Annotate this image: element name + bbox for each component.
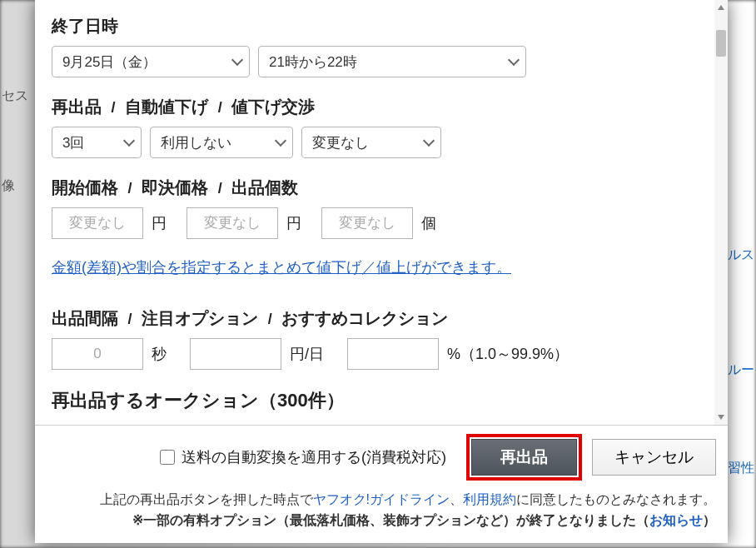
bg-link: 習性 — [728, 460, 754, 477]
unit-yen-day: 円/日 — [290, 344, 324, 364]
buy-price-input[interactable] — [187, 207, 278, 239]
end-hours-select[interactable]: 21時から22時 — [258, 46, 526, 77]
negotiation-select[interactable]: 変更なし — [301, 127, 441, 158]
end-date-select[interactable]: 9月25日（金） — [52, 46, 250, 77]
unit-item: 個 — [421, 213, 436, 233]
relist-row-label: 再出品 / 自動値下げ / 値下げ交渉 — [52, 96, 698, 118]
bg-link: ルス — [728, 247, 754, 264]
unit-yen: 円 — [286, 213, 301, 233]
auction-count-title: 再出品するオークション（300件） — [52, 388, 698, 413]
price-row-label: 開始価格 / 即決価格 / 出品個数 — [52, 177, 698, 199]
relist-count-select[interactable]: 3回 — [52, 127, 142, 158]
bg-link: ルー — [728, 361, 754, 379]
dialog-body: 終了日時 9月25日（金） 21時から22時 再出品 / 自動値下げ / 値下げ… — [35, 0, 728, 425]
recommend-collection-input[interactable] — [347, 338, 439, 370]
auto-shipping-checkbox-label[interactable]: 送料の自動変換を適用する(消費税対応) — [160, 447, 446, 467]
footer-disclaimer: 上記の再出品ボタンを押した時点でヤフオク!ガイドライン、利用規約に同意したものと… — [47, 489, 716, 531]
terms-link[interactable]: 利用規約 — [463, 492, 516, 506]
bg-text: 像 — [2, 177, 15, 195]
auto-shipping-checkbox[interactable] — [160, 450, 175, 465]
start-price-input[interactable] — [52, 207, 143, 239]
auto-shipping-text: 送料の自動変換を適用する(消費税対応) — [182, 447, 446, 467]
auto-discount-select[interactable]: 利用しない — [150, 127, 293, 158]
unit-yen: 円 — [152, 213, 167, 233]
notice-link[interactable]: お知らせ — [649, 513, 703, 527]
interval-row-label: 出品間隔 / 注目オプション / おすすめコレクション — [52, 307, 698, 330]
scroll-down-icon[interactable] — [718, 415, 724, 421]
scroll-up-icon[interactable] — [718, 3, 724, 10]
guideline-link[interactable]: ヤフオク!ガイドライン — [313, 492, 450, 506]
relist-button[interactable]: 再出品 — [471, 439, 577, 476]
scrollbar[interactable] — [714, 0, 728, 425]
end-time-label: 終了日時 — [52, 15, 698, 37]
unit-pct: %（1.0～99.9%） — [447, 344, 569, 364]
bulk-price-change-link[interactable]: 金額(差額)や割合を指定するとまとめて値下げ／値上げができます。 — [52, 257, 511, 277]
quantity-input[interactable] — [321, 207, 413, 239]
relist-button-highlight: 再出品 — [466, 434, 582, 481]
interval-input[interactable] — [52, 338, 143, 370]
scrollbar-thumb[interactable] — [716, 30, 726, 57]
unit-sec: 秒 — [152, 344, 167, 364]
featured-option-input[interactable] — [190, 338, 281, 370]
cancel-button[interactable]: キャンセル — [592, 439, 716, 476]
bg-text: セス — [2, 87, 28, 105]
relist-dialog: 終了日時 9月25日（金） 21時から22時 再出品 / 自動値下げ / 値下げ… — [35, 0, 728, 543]
dialog-footer: 送料の自動変換を適用する(消費税対応) 再出品 キャンセル 上記の再出品ボタンを… — [35, 425, 728, 543]
